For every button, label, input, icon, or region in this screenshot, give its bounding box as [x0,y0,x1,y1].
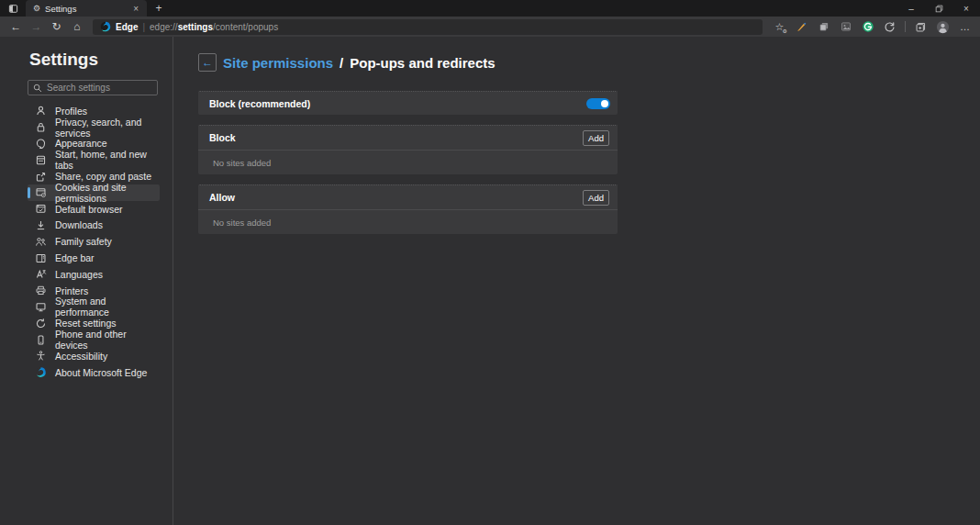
sidebar-item-languages[interactable]: Languages [28,266,160,283]
printers-icon [35,285,47,296]
start-home-tabs-icon [35,154,47,166]
tab-settings[interactable]: ⚙ Settings × [26,0,147,17]
reset-settings-icon [35,318,47,330]
profiles-icon [35,105,47,117]
restore-button[interactable] [925,0,952,17]
settings-menu-button[interactable]: … [955,18,974,35]
copy-pages-extension-icon[interactable] [814,18,833,35]
downloads-icon [35,219,47,231]
green-extension-icon[interactable] [858,18,877,35]
url-text: edge://settings/content/popups [150,22,278,32]
sidebar-item-about-edge[interactable]: About Microsoft Edge [28,364,160,381]
allow-section-title: Allow [209,192,235,203]
allow-section-card: Allow Add No sites added [198,184,618,234]
sidebar-item-phone-devices[interactable]: Phone and other devices [28,331,160,348]
search-icon [33,84,42,93]
content-area: Settings Profiles Privacy, search, and s… [0,37,980,525]
cookies-site-permissions-icon [35,186,47,198]
sidebar-item-edge-bar[interactable]: Edge bar [28,250,160,266]
breadcrumb-separator: / [340,55,343,71]
pen-extension-icon[interactable] [792,18,811,35]
block-recommended-card: Block (recommended) [198,91,618,115]
sidebar-item-downloads[interactable]: Downloads [28,218,160,234]
favorites-star-icon[interactable]: ☆ ⚙ [770,18,789,35]
block-add-button[interactable]: Add [583,130,609,146]
minimize-button[interactable]: – [897,0,925,17]
page-title: Settings [29,50,173,70]
sidebar-item-privacy[interactable]: Privacy, search, and services [28,119,160,136]
tab-close-icon[interactable]: × [130,4,141,14]
tab-actions-menu-button[interactable] [0,0,26,17]
close-button[interactable]: × [952,0,980,17]
window-controls: – × [897,0,980,17]
allow-add-button[interactable]: Add [583,190,609,206]
block-section-title: Block [209,132,236,143]
accessibility-icon [35,350,47,362]
browser-toolbar: ← → ↻ ⌂ Edge | edge://settings/content/p… [0,17,980,37]
back-button[interactable]: ← [6,17,26,37]
settings-gear-favicon: ⚙ [33,5,40,13]
sidebar-item-family-safety[interactable]: Family safety [28,233,160,250]
address-separator: | [142,22,145,32]
sidebar-item-system-performance[interactable]: System and performance [28,299,160,316]
block-empty-state: No sites added [198,151,618,174]
profile-avatar[interactable] [933,18,952,35]
collections-icon[interactable] [911,18,930,35]
languages-icon [35,268,47,280]
refresh-button[interactable]: ↻ [47,17,67,37]
edge-label: Edge [116,22,138,32]
search-box[interactable] [28,80,158,95]
page-header: ← Site permissions / Pop-ups and redirec… [198,53,980,72]
share-copy-paste-icon [35,171,47,183]
edge-bar-icon [35,252,47,264]
edge-logo-icon [100,21,111,32]
sidebar-nav: Profiles Privacy, search, and services A… [0,103,173,381]
tab-title: Settings [45,4,126,14]
breadcrumb-back-button[interactable]: ← [198,53,217,72]
privacy-lock-icon [35,121,47,133]
tab-actions-icon [8,4,18,14]
image-extension-icon[interactable] [836,18,855,35]
appearance-icon [35,138,47,150]
toolbar-right-icons: ☆ ⚙ … [770,18,974,35]
block-section-header: Block Add [198,126,618,151]
block-section-card: Block Add No sites added [198,125,618,174]
titlebar: ⚙ Settings × + – × [0,0,980,17]
breadcrumb-current: Pop-ups and redirects [350,55,495,71]
settings-search-input[interactable] [47,83,152,93]
sync-extension-icon[interactable] [880,18,899,35]
default-browser-icon [35,203,47,215]
about-edge-icon [35,366,47,378]
sidebar-item-default-browser[interactable]: Default browser [28,201,160,218]
toolbar-divider [905,21,906,32]
block-recommended-label: Block (recommended) [209,98,310,109]
settings-sidebar: Settings Profiles Privacy, search, and s… [0,37,173,525]
allow-section-header: Allow Add [198,185,618,210]
sidebar-item-cookies-site-permissions[interactable]: Cookies and site permissions [28,184,160,201]
phone-devices-icon [35,334,47,346]
address-bar[interactable]: Edge | edge://settings/content/popups [93,19,763,35]
new-tab-button[interactable]: + [147,0,171,17]
favorites-gear-badge-icon: ⚙ [783,28,787,34]
toggle-knob [601,100,608,107]
home-button[interactable]: ⌂ [67,17,87,37]
breadcrumb-parent-link[interactable]: Site permissions [223,55,333,71]
system-performance-icon [35,301,47,313]
family-safety-icon [35,236,47,248]
block-recommended-toggle[interactable] [586,98,610,109]
allow-empty-state: No sites added [198,210,618,234]
sidebar-item-accessibility[interactable]: Accessibility [28,348,160,364]
sidebar-item-start-home-tabs[interactable]: Start, home, and new tabs [28,151,160,168]
forward-button: → [26,17,46,37]
main-panel: ← Site permissions / Pop-ups and redirec… [173,37,980,525]
